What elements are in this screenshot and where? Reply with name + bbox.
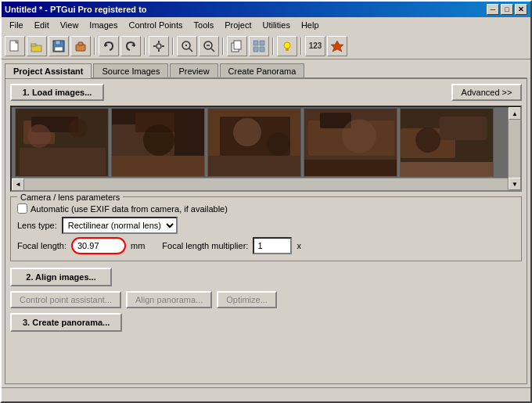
image-strip [12,107,520,178]
svg-point-46 [233,118,261,146]
svg-rect-30 [286,49,289,51]
svg-rect-24 [234,41,241,49]
numbers-button[interactable]: 123 [305,36,325,56]
svg-rect-8 [78,42,83,45]
menu-project[interactable]: Project [220,19,256,31]
svg-rect-12 [158,41,160,43]
tab-create-panorama[interactable]: Create Panorama [220,63,305,78]
menu-utilities[interactable]: Utilities [257,19,294,31]
redo-button[interactable] [120,36,141,56]
status-bar [2,387,530,401]
scroll-down-arrow[interactable]: ▼ [509,178,521,190]
svg-rect-35 [20,148,106,175]
build-button[interactable] [70,36,91,56]
toolbar-separator-3 [172,38,174,55]
toolbar: 123 [2,33,530,59]
focal-multiplier-label: Focal length multiplier: [162,241,248,250]
window-title: Untitled * - PTGui Pro registered to [5,5,147,14]
maximize-button[interactable]: □ [501,4,513,15]
main-content: 1. Load images... Advanced >> [5,77,527,384]
lens-type-select[interactable]: Rectilinear (normal lens) [62,217,178,234]
auto-exif-row: Automatic (use EXIF data from camera, if… [17,203,515,214]
auto-exif-label: Automatic (use EXIF data from camera, if… [31,204,228,214]
menu-tools[interactable]: Tools [189,19,219,31]
svg-point-37 [69,119,88,138]
tab-project-assistant[interactable]: Project Assistant [5,63,92,78]
lens-type-row: Lens type: Rectilinear (normal lens) [17,217,515,234]
auto-exif-checkbox[interactable] [17,203,27,214]
zoom-in-button[interactable] [177,36,197,56]
image-thumb-3[interactable] [207,108,301,177]
svg-rect-5 [56,41,60,45]
svg-rect-55 [440,117,487,140]
advanced-button[interactable]: Advanced >> [451,84,522,101]
camera-lens-params: Camera / lens parameters Automatic (use … [10,196,522,261]
align-panorama-button[interactable]: Align panorama... [126,291,212,308]
image-thumb-5[interactable] [400,108,494,177]
svg-marker-31 [331,41,343,52]
new-button[interactable] [5,36,25,56]
camera-params-legend: Camera / lens parameters [17,193,123,202]
svg-rect-27 [253,47,258,52]
svg-rect-14 [153,45,156,47]
save-button[interactable] [49,36,69,56]
top-action-row: 1. Load images... Advanced >> [10,84,522,101]
extra-button[interactable] [327,36,347,56]
secondary-buttons-row: Control point assistant... Align panoram… [10,291,522,308]
focal-multiplier-unit: x [297,241,301,250]
svg-point-29 [284,42,290,49]
svg-rect-13 [158,49,160,52]
menu-control-points[interactable]: Control Points [124,19,187,31]
align-row: 2. Align images... [10,268,522,286]
scroll-track-v[interactable] [509,120,520,178]
focal-mm-unit: mm [131,241,145,250]
vertical-scrollbar: ▲ ▼ [508,107,520,190]
tab-bar: Project Assistant Source Images Preview … [2,59,530,77]
menu-edit[interactable]: Edit [30,19,54,31]
toolbar-separator-5 [272,38,274,55]
scroll-left-arrow[interactable]: ◄ [12,178,24,191]
create-row: 3. Create panorama... [10,313,522,332]
title-bar: Untitled * - PTGui Pro registered to ─ □… [2,2,530,17]
image-thumb-2[interactable] [111,108,205,177]
close-button[interactable]: ✕ [515,4,527,15]
settings-button[interactable] [149,36,169,56]
control-point-assistant-button[interactable]: Control point assistant... [10,291,121,308]
svg-line-19 [189,49,192,52]
svg-rect-51 [304,160,397,177]
svg-rect-25 [253,41,258,45]
focal-multiplier-input[interactable] [253,237,292,254]
copy-button[interactable] [227,36,247,56]
svg-point-42 [143,124,174,156]
tab-preview[interactable]: Preview [170,63,217,78]
menu-file[interactable]: File [5,19,28,31]
focal-length-input[interactable] [71,237,126,254]
scroll-up-arrow[interactable]: ▲ [509,107,521,120]
image-thumb-1[interactable] [15,108,109,177]
light-button[interactable] [277,36,297,56]
zoom-out-button[interactable] [199,36,219,56]
window-controls: ─ □ ✕ [487,4,527,15]
grid-button[interactable] [249,36,269,56]
svg-rect-15 [162,45,164,47]
menu-help[interactable]: Help [297,19,324,31]
open-button[interactable] [27,36,47,56]
svg-rect-41 [112,156,205,177]
undo-button[interactable] [99,36,119,56]
toolbar-separator-1 [94,38,95,55]
scroll-track-h[interactable] [24,178,508,190]
image-thumb-4[interactable] [304,108,397,177]
create-panorama-button[interactable]: 3. Create panorama... [10,313,122,332]
load-images-button[interactable]: 1. Load images... [10,84,104,101]
svg-rect-6 [55,47,63,51]
menu-view[interactable]: View [56,19,84,31]
menu-images[interactable]: Images [84,19,122,31]
svg-rect-28 [260,47,264,52]
optimize-button[interactable]: Optimize... [217,291,277,308]
minimize-button[interactable]: ─ [487,4,499,15]
svg-point-47 [267,132,290,156]
focal-length-row: Focal length: mm Focal length multiplier… [17,237,515,254]
tab-source-images[interactable]: Source Images [93,63,168,78]
menu-bar: File Edit View Images Control Points Too… [2,17,530,33]
align-images-button[interactable]: 2. Align images... [10,268,112,286]
